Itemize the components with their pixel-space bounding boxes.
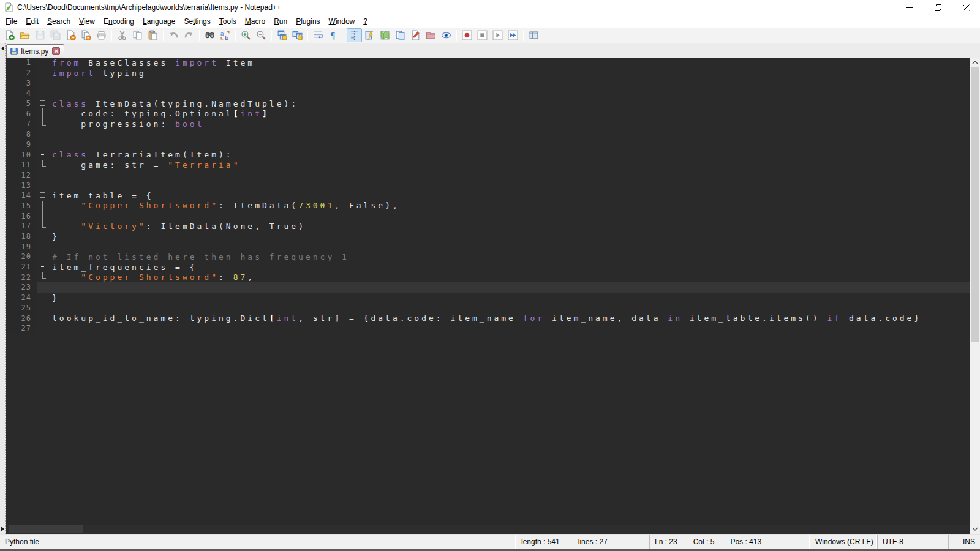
horizontal-scrollbar[interactable] — [6, 525, 970, 534]
code-editor[interactable]: 1from BaseClasses import Item2import typ… — [6, 58, 970, 525]
line-number[interactable]: 17 — [6, 221, 37, 231]
line-number[interactable]: 6 — [6, 108, 37, 119]
vertical-scrollbar[interactable] — [970, 58, 980, 534]
code-text[interactable]: class TerrariaItem(Item): — [49, 149, 970, 160]
undo-button[interactable] — [166, 28, 181, 42]
code-text[interactable] — [49, 170, 970, 181]
code-text[interactable]: lookup_id_to_name: typing.Dict[int, str]… — [49, 313, 970, 323]
code-text[interactable]: } — [49, 293, 970, 303]
fold-collapse-icon[interactable] — [37, 149, 49, 160]
code-line[interactable]: 6 code: typing.Optional[int] — [6, 108, 970, 119]
line-number[interactable]: 3 — [6, 78, 37, 88]
document-list-button[interactable] — [393, 28, 408, 42]
code-line[interactable]: 15 "Copper Shortsword": ItemData(73001, … — [6, 201, 970, 211]
sync-horizontal-button[interactable] — [290, 28, 305, 42]
code-line[interactable]: 17 "Victory": ItemData(None, True) — [6, 221, 970, 231]
save-all-button[interactable] — [48, 28, 63, 42]
line-number[interactable]: 22 — [6, 272, 37, 282]
code-text[interactable]: import typing — [49, 68, 970, 78]
close-button[interactable] — [63, 28, 78, 42]
cut-button[interactable] — [115, 28, 130, 42]
show-all-characters-button[interactable]: ¶ — [326, 28, 341, 42]
code-text[interactable] — [49, 323, 970, 334]
minimize-button[interactable] — [895, 0, 924, 15]
code-text[interactable] — [49, 78, 970, 88]
line-number[interactable]: 16 — [6, 211, 37, 221]
dock-strip[interactable] — [0, 43, 6, 534]
menu-run[interactable]: Run — [270, 16, 292, 27]
code-text[interactable]: "Copper Shortsword": 87, — [49, 272, 970, 282]
line-number[interactable]: 7 — [6, 119, 37, 129]
line-number[interactable]: 23 — [6, 282, 37, 293]
code-line[interactable]: 25 — [6, 303, 970, 313]
macro-run-multiple-button[interactable] — [505, 28, 521, 42]
code-text[interactable] — [49, 211, 970, 221]
code-line[interactable]: 5class ItemData(typing.NamedTuple): — [6, 99, 970, 109]
line-number[interactable]: 19 — [6, 241, 37, 252]
code-line[interactable]: 10class TerrariaItem(Item): — [6, 149, 970, 160]
scroll-down-arrow-icon[interactable] — [970, 524, 980, 534]
macro-record-button[interactable] — [459, 28, 475, 42]
menu-help[interactable]: ? — [359, 16, 372, 27]
zoom-out-button[interactable] — [254, 28, 269, 42]
code-text[interactable]: from BaseClasses import Item — [49, 58, 970, 68]
line-number[interactable]: 18 — [6, 231, 37, 242]
document-map-button[interactable] — [377, 28, 393, 42]
macro-stop-button[interactable] — [475, 28, 490, 42]
menu-window[interactable]: Window — [325, 16, 360, 27]
menu-view[interactable]: View — [75, 16, 99, 27]
code-text[interactable]: class ItemData(typing.NamedTuple): — [49, 99, 970, 109]
code-text[interactable]: progression: bool — [49, 119, 970, 129]
new-file-button[interactable] — [2, 28, 17, 42]
restore-button[interactable] — [924, 0, 952, 15]
code-line[interactable]: 8 — [6, 129, 970, 140]
folder-as-workspace-button[interactable] — [423, 28, 439, 42]
line-number[interactable]: 13 — [6, 180, 37, 190]
line-number[interactable]: 12 — [6, 170, 37, 181]
dock-expand-arrow-icon[interactable] — [1, 527, 4, 531]
code-text[interactable] — [49, 241, 970, 252]
macro-save-button[interactable] — [526, 28, 541, 42]
code-line[interactable]: 12 — [6, 170, 970, 181]
line-number[interactable]: 21 — [6, 262, 37, 272]
code-line[interactable]: 3 — [6, 78, 970, 88]
vertical-scrollbar-thumb[interactable] — [971, 67, 979, 342]
code-text[interactable]: code: typing.Optional[int] — [49, 108, 970, 119]
line-number[interactable]: 14 — [6, 190, 37, 201]
horizontal-scrollbar-thumb[interactable] — [9, 525, 83, 533]
close-button[interactable] — [952, 0, 980, 15]
save-button[interactable] — [32, 28, 48, 42]
code-text[interactable] — [49, 282, 970, 293]
scroll-up-arrow-icon[interactable] — [970, 58, 980, 67]
redo-button[interactable] — [181, 28, 197, 42]
code-line[interactable]: 27 — [6, 323, 970, 334]
code-text[interactable]: "Victory": ItemData(None, True) — [49, 221, 970, 231]
line-number[interactable]: 11 — [6, 160, 37, 170]
close-all-button[interactable] — [78, 28, 94, 42]
fold-collapse-icon[interactable] — [37, 99, 49, 109]
line-number[interactable]: 9 — [6, 140, 37, 150]
code-line[interactable]: 13 — [6, 180, 970, 190]
tab-items-py[interactable]: Items.py × — [6, 44, 64, 58]
paste-button[interactable] — [145, 28, 160, 42]
line-number[interactable]: 27 — [6, 323, 37, 334]
code-text[interactable] — [49, 303, 970, 313]
code-line[interactable]: 19 — [6, 241, 970, 252]
menu-tools[interactable]: Tools — [215, 16, 241, 27]
open-button[interactable] — [17, 28, 32, 42]
monitoring-button[interactable] — [439, 28, 454, 42]
find-button[interactable] — [202, 28, 217, 42]
code-line[interactable]: 20# If not listed here then has frequenc… — [6, 252, 970, 262]
code-line[interactable]: 9 — [6, 140, 970, 150]
code-line[interactable]: 21item_frequencies = { — [6, 262, 970, 272]
dock-collapse-arrow-icon[interactable] — [1, 46, 4, 51]
menu-macro[interactable]: Macro — [241, 16, 270, 27]
menu-edit[interactable]: Edit — [21, 16, 43, 27]
code-text[interactable]: "Copper Shortsword": ItemData(73001, Fal… — [49, 201, 970, 211]
fold-collapse-icon[interactable] — [37, 262, 49, 272]
menu-file[interactable]: File — [1, 16, 21, 27]
macro-play-button[interactable] — [490, 28, 505, 42]
code-line[interactable]: 11 game: str = "Terraria" — [6, 160, 970, 170]
menu-plugins[interactable]: Plugins — [292, 16, 324, 27]
line-number[interactable]: 24 — [6, 293, 37, 303]
